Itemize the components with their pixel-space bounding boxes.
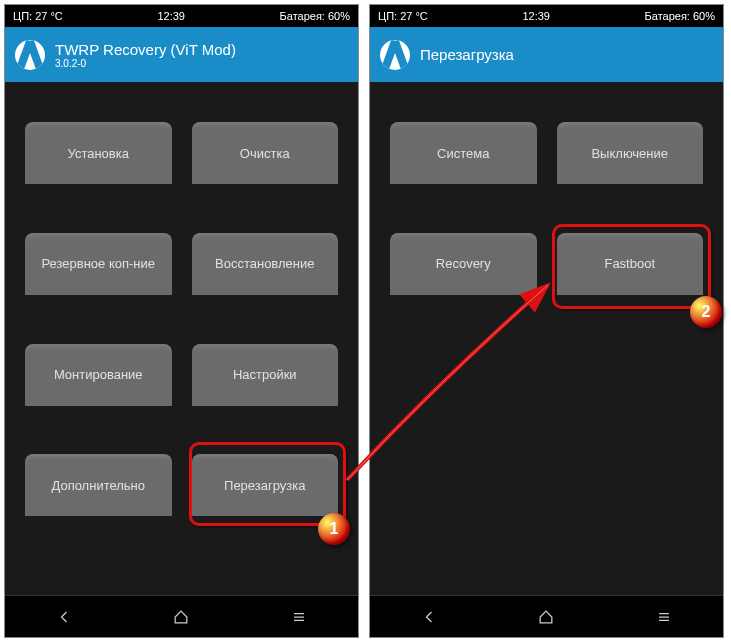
home-icon[interactable] [171, 607, 191, 627]
clock: 12:39 [157, 10, 185, 22]
statusbar-right: ЦП: 27 °C 12:39 Батарея: 60% [370, 5, 723, 27]
settings-button[interactable]: Настройки [192, 344, 339, 406]
poweroff-button[interactable]: Выключение [557, 122, 704, 184]
header-left: TWRP Recovery (ViT Mod) 3.0.2-0 [5, 27, 358, 82]
reboot-menu-grid: Система Выключение Recovery Fastboot [370, 82, 723, 595]
main-menu-grid: Установка Очистка Резервное коп-ние Восс… [5, 82, 358, 595]
back-icon[interactable] [419, 607, 439, 627]
statusbar-left: ЦП: 27 °C 12:39 Батарея: 60% [5, 5, 358, 27]
twrp-logo-icon [380, 40, 410, 70]
fastboot-button[interactable]: Fastboot [557, 233, 704, 295]
clock: 12:39 [522, 10, 550, 22]
wipe-button[interactable]: Очистка [192, 122, 339, 184]
cpu-temp: ЦП: 27 °C [13, 10, 63, 22]
cpu-temp: ЦП: 27 °C [378, 10, 428, 22]
install-button[interactable]: Установка [25, 122, 172, 184]
screen-title: Перезагрузка [420, 46, 514, 63]
system-button[interactable]: Система [390, 122, 537, 184]
reboot-button[interactable]: Перезагрузка [192, 454, 339, 516]
recovery-button[interactable]: Recovery [390, 233, 537, 295]
phone-right: ЦП: 27 °C 12:39 Батарея: 60% Перезагрузк… [369, 4, 724, 638]
step-badge-2: 2 [690, 296, 722, 328]
step-badge-1: 1 [318, 513, 350, 545]
home-icon[interactable] [536, 607, 556, 627]
navbar-right [370, 595, 723, 637]
back-icon[interactable] [54, 607, 74, 627]
menu-icon[interactable] [654, 607, 674, 627]
navbar-left [5, 595, 358, 637]
menu-icon[interactable] [289, 607, 309, 627]
header-text: Перезагрузка [420, 46, 514, 63]
restore-button[interactable]: Восстановление [192, 233, 339, 295]
backup-button[interactable]: Резервное коп-ние [25, 233, 172, 295]
battery: Батарея: 60% [280, 10, 350, 22]
header-right: Перезагрузка [370, 27, 723, 82]
header-text: TWRP Recovery (ViT Mod) 3.0.2-0 [55, 41, 236, 69]
mount-button[interactable]: Монтирование [25, 344, 172, 406]
twrp-logo-icon [15, 40, 45, 70]
app-title: TWRP Recovery (ViT Mod) [55, 41, 236, 58]
battery: Батарея: 60% [645, 10, 715, 22]
advanced-button[interactable]: Дополнительно [25, 454, 172, 516]
app-version: 3.0.2-0 [55, 58, 236, 69]
tutorial-composite: ЦП: 27 °C 12:39 Батарея: 60% TWRP Recove… [0, 0, 731, 642]
phone-left: ЦП: 27 °C 12:39 Батарея: 60% TWRP Recove… [4, 4, 359, 638]
